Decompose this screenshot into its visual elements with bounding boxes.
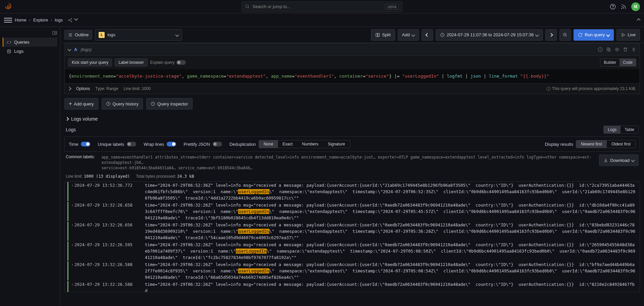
svg-marker-25 bbox=[622, 33, 625, 36]
sidebar-item-logs[interactable]: Logs bbox=[3, 47, 57, 56]
time-prev-button[interactable] bbox=[422, 29, 433, 41]
dedup-segment: None Exact Numbers Signature bbox=[259, 140, 350, 148]
options-limit: Line limit: 1000 bbox=[123, 86, 151, 91]
drag-icon[interactable] bbox=[631, 47, 636, 52]
list-icon bbox=[68, 33, 73, 37]
svg-rect-13 bbox=[7, 50, 10, 53]
label-browser-button[interactable]: Label browser bbox=[115, 58, 147, 67]
kick-start-button[interactable]: Kick start your query bbox=[68, 58, 112, 67]
code-tab[interactable]: Code bbox=[620, 59, 636, 66]
copy-icon[interactable] bbox=[606, 47, 611, 52]
eye-icon[interactable] bbox=[614, 47, 620, 52]
avatar[interactable]: M bbox=[631, 2, 640, 11]
expand-icon[interactable]: › bbox=[71, 182, 74, 188]
logs-view-tabs: Logs Table bbox=[603, 126, 639, 134]
outline-button[interactable]: Outline bbox=[64, 30, 92, 40]
play-icon bbox=[621, 33, 626, 37]
toggle-switch[interactable] bbox=[176, 60, 186, 65]
expand-icon[interactable]: › bbox=[71, 261, 74, 268]
loki-icon: L bbox=[99, 32, 105, 38]
chevron-down-icon bbox=[606, 33, 610, 37]
chevron-down-icon bbox=[175, 33, 179, 37]
query-history-button[interactable]: Query history bbox=[102, 98, 143, 110]
download-button[interactable]: Download bbox=[599, 155, 639, 166]
info-icon[interactable] bbox=[598, 47, 603, 52]
collapse-icon[interactable] bbox=[637, 18, 640, 22]
sidebar-item-label: Logs bbox=[14, 49, 23, 54]
order-oldest[interactable]: Oldest first bbox=[607, 140, 635, 148]
logs-header: Logs Logs Table bbox=[64, 124, 640, 136]
trash-icon[interactable] bbox=[623, 47, 628, 52]
log-line[interactable]: ›2024-07-29 13:32:26.588time="2024-07-29… bbox=[65, 281, 640, 292]
query-editor[interactable]: {environment_name="accelbyte-justice-sta… bbox=[64, 69, 640, 84]
svg-point-37 bbox=[634, 50, 635, 51]
zoom-out-button[interactable] bbox=[559, 29, 571, 41]
log-message: time="2024-07-29T06:32:26Z" level=info m… bbox=[145, 202, 637, 221]
top-bar: Search or jump to... ctrl+k M bbox=[0, 0, 644, 13]
log-panel[interactable]: ›2024-07-29 13:52:36.772time="2024-07-29… bbox=[64, 181, 640, 292]
time-toggle[interactable]: Time bbox=[69, 142, 90, 147]
logs-volume-header[interactable]: Logs volume bbox=[64, 114, 640, 124]
global-search[interactable]: Search or jump to... ctrl+k bbox=[241, 1, 402, 12]
run-query-button[interactable]: Run query bbox=[574, 29, 614, 41]
share-icon[interactable] bbox=[67, 17, 73, 23]
svg-point-0 bbox=[7, 6, 9, 8]
time-range-button[interactable]: 2024-07-29 11:07:36 to 2024-07-29 15:07:… bbox=[436, 29, 543, 41]
split-button[interactable]: Split bbox=[371, 29, 395, 41]
expand-icon[interactable]: › bbox=[71, 281, 74, 288]
breadcrumb-explore[interactable]: Explore bbox=[33, 17, 48, 23]
tab-logs[interactable]: Logs bbox=[604, 126, 621, 133]
order-newest[interactable]: Newest first bbox=[576, 140, 607, 148]
rss-icon[interactable] bbox=[621, 4, 627, 10]
download-icon bbox=[603, 158, 608, 163]
tab-table[interactable]: Table bbox=[621, 126, 638, 133]
collapse-query-icon[interactable] bbox=[67, 47, 71, 51]
svg-point-6 bbox=[68, 19, 69, 20]
breadcrumb-bar: Home › Explore › logs bbox=[0, 13, 644, 27]
breadcrumb-home[interactable]: Home bbox=[15, 17, 26, 23]
explain-query-toggle[interactable]: Explain query bbox=[150, 60, 186, 65]
highlight: userLoggedIn bbox=[238, 229, 269, 234]
log-line[interactable]: ›2024-07-29 13:52:36.772time="2024-07-29… bbox=[65, 182, 640, 202]
chevron-down-icon[interactable] bbox=[74, 17, 78, 20]
expand-options-icon[interactable] bbox=[67, 87, 71, 90]
grafana-logo[interactable] bbox=[4, 2, 13, 11]
help-icon[interactable] bbox=[610, 4, 616, 10]
menu-toggle[interactable] bbox=[4, 16, 12, 24]
options-label: Options bbox=[76, 86, 90, 91]
add-query-button[interactable]: +Add query bbox=[64, 98, 98, 110]
expand-icon[interactable]: › bbox=[71, 202, 74, 208]
live-button[interactable]: Live bbox=[616, 29, 640, 41]
dedup-signature[interactable]: Signature bbox=[323, 140, 350, 148]
svg-rect-20 bbox=[378, 33, 380, 36]
svg-point-33 bbox=[634, 48, 635, 48]
log-line[interactable]: ›2024-07-29 13:32:26.658time="2024-07-29… bbox=[65, 202, 640, 221]
log-line[interactable]: ›2024-07-29 13:32:26.656time="2024-07-29… bbox=[65, 221, 640, 241]
expand-icon[interactable]: › bbox=[71, 242, 74, 248]
builder-tab[interactable]: Builder bbox=[600, 59, 620, 66]
log-timestamp: 2024-07-29 13:32:26.588 bbox=[74, 281, 145, 288]
log-line[interactable]: ›2024-07-29 13:32:26.595time="2024-07-29… bbox=[65, 241, 640, 261]
common-labels: Common labels: app_name=eventhandler1 at… bbox=[64, 152, 640, 173]
code-icon bbox=[7, 40, 11, 45]
dedup-none[interactable]: None bbox=[259, 140, 278, 148]
expand-icon[interactable]: › bbox=[71, 222, 74, 228]
breadcrumb-page: logs bbox=[55, 17, 63, 23]
query-id: A bbox=[74, 47, 77, 52]
prettify-toggle[interactable]: Prettify JSON bbox=[183, 142, 222, 147]
level-bar bbox=[67, 281, 68, 292]
query-inspector-button[interactable]: Query inspector bbox=[146, 98, 193, 110]
add-button[interactable]: Add bbox=[398, 29, 419, 41]
query-actions: +Add query Query history Query inspector bbox=[64, 94, 640, 114]
unique-toggle[interactable]: Unique labels bbox=[98, 142, 136, 147]
dedup-exact[interactable]: Exact bbox=[278, 140, 298, 148]
dock-icon[interactable] bbox=[52, 30, 57, 36]
dedup-numbers[interactable]: Numbers bbox=[298, 140, 323, 148]
datasource-picker[interactable]: L logs bbox=[95, 29, 182, 41]
log-line[interactable]: ›2024-07-29 13:32:26.588time="2024-07-29… bbox=[65, 261, 640, 281]
wrap-toggle[interactable]: Wrap lines bbox=[144, 142, 176, 147]
chevron-right-icon bbox=[65, 117, 69, 121]
sidebar-item-queries[interactable]: Queries bbox=[3, 38, 57, 47]
time-next-button[interactable] bbox=[545, 29, 557, 41]
zoom-out-icon bbox=[563, 33, 568, 37]
